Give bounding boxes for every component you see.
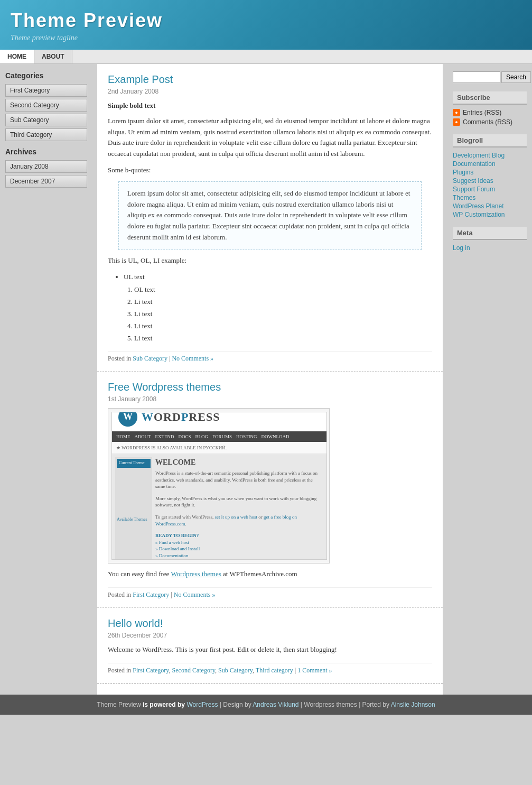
post-footer-wordpress: Posted in First Category | No Comments » — [108, 587, 432, 599]
archives-heading: Archives — [5, 147, 87, 156]
blogroll-suggest[interactable]: Suggest Ideas — [453, 177, 527, 184]
post-footer-example: Posted in Sub Category | No Comments » — [108, 351, 432, 363]
post-ul-label: This is UL, OL, LI example: — [108, 255, 432, 266]
wp-image-placeholder: W WORDPRESS HOMEABOUTEXTENDDOCSBLOGFORUM… — [111, 412, 327, 560]
blogroll-docs[interactable]: Documentation — [453, 160, 527, 168]
footer-designer[interactable]: Andreas Viklund — [253, 701, 298, 708]
meta-section: Log in — [453, 244, 527, 252]
wp-main: WELCOME WordPress is a state-of-the-art … — [155, 457, 323, 560]
wordpress-themes-link[interactable]: Wordpress themes — [171, 570, 221, 578]
wp-also-available: ★ WORDPRESS IS ALSO AVAILABLE IN РУССКИЙ… — [112, 442, 326, 454]
footer-wp-link[interactable]: WordPress — [186, 701, 218, 708]
footer-text5: | Ported by — [359, 701, 389, 708]
category-third[interactable]: Third Category — [5, 128, 87, 141]
site-footer: Theme Preview is powered by WordPress | … — [0, 695, 532, 715]
blogroll-dev[interactable]: Development Blog — [453, 152, 527, 159]
search-input[interactable] — [453, 71, 500, 83]
category-second[interactable]: Second Category — [5, 99, 87, 112]
subscribe-section: ● Entries (RSS) ● Comments (RSS) — [453, 109, 527, 126]
rss-entries-link[interactable]: ● Entries (RSS) — [453, 109, 527, 116]
post-comments-link3[interactable]: 1 Comment » — [297, 667, 332, 674]
blogroll-links: Development Blog Documentation Plugins S… — [453, 152, 527, 218]
page-wrapper: Categories First Category Second Categor… — [0, 64, 532, 695]
footer-porter[interactable]: Ainslie Johnson — [391, 701, 435, 708]
blogroll-wp-custom[interactable]: WP Customization — [453, 211, 527, 218]
post-cat-link-sub[interactable]: Sub Category — [218, 667, 253, 674]
nav-item-about[interactable]: ABOUT — [34, 50, 72, 63]
post-example: Example Post 2nd January 2008 Simple bol… — [97, 64, 443, 372]
post-date-wordpress: 1st January 2008 — [108, 395, 432, 403]
footer-text3: | Design by — [220, 701, 251, 708]
rss-comments-icon: ● — [453, 118, 460, 126]
list-item-ul: UL text — [124, 272, 422, 283]
archives-section: Archives January 2008 December 2007 — [5, 147, 87, 188]
post-cat-link-sc[interactable]: Second Category — [172, 667, 216, 674]
nav-item-home[interactable]: HOME — [0, 50, 34, 63]
site-title: Theme Preview — [11, 10, 521, 32]
post-content-example: Simple bold text Lorem ipsum dolor sit a… — [108, 100, 432, 344]
post-body-text: You can easy find free — [108, 570, 169, 578]
post-bold-text: Simple bold text — [108, 100, 432, 112]
rss-comments-label: Comments (RSS) — [463, 118, 512, 126]
wp-circle-logo: W — [118, 412, 137, 426]
rss-comments-link[interactable]: ● Comments (RSS) — [453, 118, 527, 126]
search-button[interactable]: Search — [501, 71, 531, 83]
post-link-example[interactable]: Example Post — [108, 73, 173, 85]
posted-in-label2: Posted in — [108, 591, 131, 598]
nav-link-about[interactable]: ABOUT — [34, 50, 72, 63]
post-date-hello: 26th December 2007 — [108, 632, 432, 639]
post-blockquote: Lorem ipsum dolor sit amet, consectetur … — [118, 181, 422, 250]
blogroll-wp-planet[interactable]: WordPress Planet — [453, 202, 527, 210]
footer-text1: Theme Preview — [97, 701, 141, 708]
search-box: Search — [453, 71, 527, 83]
post-cat-link-third[interactable]: Third category — [256, 667, 293, 674]
wp-logo-text: WORDPRESS — [142, 412, 220, 426]
post-title-example[interactable]: Example Post — [108, 73, 432, 86]
sidebar-right: Search Subscribe ● Entries (RSS) ● Comme… — [447, 64, 532, 695]
post-date-example: 2nd January 2008 — [108, 88, 432, 95]
posted-in-label3: Posted in — [108, 667, 131, 674]
post-body-hello: Welcome to WordPress. This is your first… — [108, 644, 432, 655]
search-form: Search — [453, 71, 527, 83]
post-footer-hello: Posted in First Category, Second Categor… — [108, 663, 432, 675]
blogroll-themes[interactable]: Themes — [453, 194, 527, 201]
wp-sidebar: Current Theme Available Themes — [115, 457, 152, 560]
list-item-1: Li text — [134, 297, 422, 308]
blogroll-support[interactable]: Support Forum — [453, 186, 527, 193]
meta-login[interactable]: Log in — [453, 244, 527, 252]
post-comments-link[interactable]: No Comments » — [172, 355, 213, 362]
post-title-wordpress[interactable]: Free Wordpress themes — [108, 381, 432, 393]
main-content: Example Post 2nd January 2008 Simple bol… — [97, 64, 443, 695]
list-item-2: Li text — [134, 309, 422, 320]
rss-entries-icon: ● — [453, 109, 460, 116]
post-bquotes-label: Some b-quotes: — [108, 165, 432, 176]
blogroll-heading: Blogroll — [453, 134, 527, 147]
archive-jan-2008[interactable]: January 2008 — [5, 160, 87, 173]
main-bottom — [97, 684, 443, 695]
post-category-link2[interactable]: First Category — [133, 591, 169, 598]
site-tagline: Theme preview tagline — [11, 34, 521, 42]
footer-text4: | Wordpress themes — [301, 701, 357, 708]
post-link-hello[interactable]: Hello world! — [108, 617, 163, 629]
main-nav: HOME ABOUT — [0, 50, 532, 64]
archive-dec-2007[interactable]: December 2007 — [5, 175, 87, 188]
category-first[interactable]: First Category — [5, 84, 87, 97]
post-title-hello[interactable]: Hello world! — [108, 617, 432, 630]
blogroll-plugins[interactable]: Plugins — [453, 169, 527, 176]
post-hello: Hello world! 26th December 2007 Welcome … — [97, 608, 443, 684]
nav-link-home[interactable]: HOME — [0, 50, 34, 63]
wp-image-container: W WORDPRESS HOMEABOUTEXTENDDOCSBLOGFORUM… — [108, 408, 330, 564]
post-category-link[interactable]: Sub Category — [133, 355, 167, 362]
footer-text2: is powered by — [143, 701, 185, 708]
post-content-hello: Welcome to WordPress. This is your first… — [108, 644, 432, 655]
site-header: Theme Preview Theme preview tagline — [0, 0, 532, 50]
post-cat-link-fc[interactable]: First Category — [133, 667, 169, 674]
post-link-wordpress[interactable]: Free Wordpress themes — [108, 381, 221, 393]
post-body-text2: at WPThemesArchive.com — [223, 570, 297, 578]
meta-heading: Meta — [453, 227, 527, 240]
wp-nav-bar: HOMEABOUTEXTENDDOCSBLOGFORUMSHOSTINGDOWN… — [112, 431, 326, 442]
post-body-wordpress: You can easy find free Wordpress themes … — [108, 569, 432, 580]
post-comments-link2[interactable]: No Comments » — [174, 591, 216, 598]
category-sub[interactable]: Sub Category — [5, 114, 87, 126]
post-lists: UL text OL text Li text Li text Li text … — [118, 272, 422, 344]
